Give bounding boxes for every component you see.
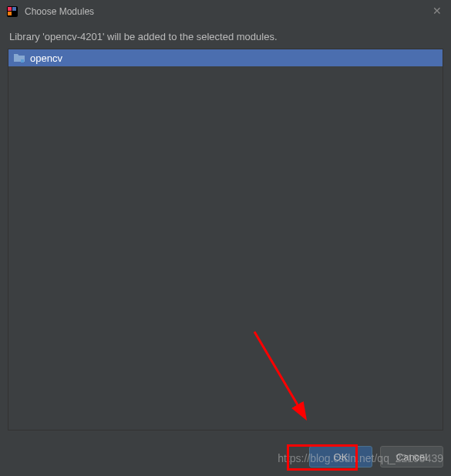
svg-rect-2 xyxy=(12,7,16,11)
svg-rect-1 xyxy=(8,7,12,11)
titlebar: Choose Modules ✕ xyxy=(0,0,451,23)
folder-icon xyxy=(13,52,25,64)
module-item-label: opencv xyxy=(30,52,62,64)
module-list[interactable]: opencv xyxy=(8,49,443,430)
svg-rect-4 xyxy=(21,59,24,62)
cancel-button[interactable]: Cancel xyxy=(380,446,443,468)
description-text: Library 'opencv-4201' will be added to t… xyxy=(8,31,443,42)
window-title: Choose Modules xyxy=(25,6,94,17)
app-icon xyxy=(6,5,19,18)
close-icon[interactable]: ✕ xyxy=(431,5,443,18)
button-bar: OK Cancel xyxy=(0,438,451,468)
module-item-opencv[interactable]: opencv xyxy=(8,49,443,66)
content-area: Library 'opencv-4201' will be added to t… xyxy=(0,23,451,438)
ok-button[interactable]: OK xyxy=(309,446,372,468)
svg-rect-3 xyxy=(8,12,12,15)
